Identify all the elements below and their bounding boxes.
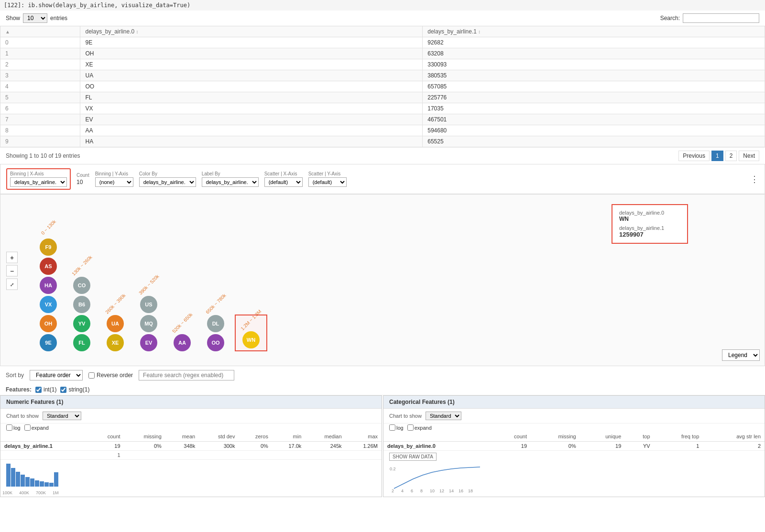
row-col0: UA	[80, 70, 423, 81]
page2-button[interactable]: 2	[725, 151, 737, 161]
next-button[interactable]: Next	[739, 151, 759, 161]
categorical-cell: 1	[654, 442, 703, 451]
circle-WN[interactable]: WN	[242, 331, 260, 348]
numeric-chart-select[interactable]: StandardHistogramBox	[43, 412, 81, 420]
count-box: Count 10	[76, 173, 89, 185]
svg-text:2: 2	[392, 489, 394, 493]
numeric-sub-cell	[165, 451, 199, 460]
viz-menu-dots[interactable]: ⋮	[750, 174, 759, 185]
row-col0: EV	[80, 114, 423, 125]
table-row: 6VX17035	[0, 103, 765, 114]
color-by-select[interactable]: delays_by_airline.	[139, 177, 196, 187]
show-raw-data-button[interactable]: SHOW RAW DATA	[389, 453, 437, 461]
circle-FL[interactable]: FL	[73, 334, 90, 351]
numeric-chart-label: Chart to show	[6, 413, 39, 419]
search-input[interactable]	[683, 13, 759, 23]
numeric-sub-cell: 1	[91, 451, 124, 460]
row-index: 0	[0, 37, 80, 48]
svg-text:6: 6	[411, 489, 413, 493]
scatter-y-select[interactable]: (default)	[308, 177, 347, 187]
int-check[interactable]: int(1)	[35, 386, 56, 393]
sort-select[interactable]: Feature order	[30, 370, 83, 380]
svg-text:14: 14	[449, 489, 454, 493]
log-check[interactable]: log	[6, 424, 21, 431]
cat-log-checkbox[interactable]	[389, 424, 395, 431]
x-axis-label: 100K	[2, 490, 12, 495]
row-col0: 9E	[80, 37, 423, 48]
feature-search-input[interactable]	[139, 370, 234, 380]
cat-log-check[interactable]: log	[389, 424, 404, 431]
reverse-order-check[interactable]: Reverse order	[88, 372, 133, 379]
page1-button[interactable]: 1	[711, 151, 723, 161]
circle-DL[interactable]: DL	[207, 315, 224, 332]
numeric-sub-cell	[305, 451, 345, 460]
reverse-checkbox[interactable]	[88, 372, 95, 379]
circle-HA[interactable]: HA	[40, 277, 57, 294]
row-col0: HA	[80, 136, 423, 147]
col-label: 1.2M ~ 1.3M	[240, 309, 262, 331]
numeric-col-count: count	[91, 432, 124, 442]
scatter-x-select[interactable]: (default)	[264, 177, 303, 187]
row-index: 7	[0, 114, 80, 125]
circle-9E[interactable]: 9E	[40, 334, 57, 351]
binning-x-select[interactable]: delays_by_airline.	[10, 177, 67, 187]
categorical-panel-header: Categorical Features (1)	[383, 396, 765, 409]
circle-B6[interactable]: B6	[73, 296, 90, 313]
circle-UA[interactable]: UA	[107, 315, 124, 332]
table-controls: Show 102550100 entries Search:	[0, 11, 765, 26]
legend-select[interactable]: Legend	[722, 349, 760, 361]
col-airline1-header[interactable]: delays_by_airline.1 ↕	[423, 26, 765, 37]
numeric-sub-cell	[272, 451, 305, 460]
circle-XE[interactable]: XE	[107, 334, 124, 351]
circle-AA[interactable]: AA	[174, 334, 191, 351]
table-row: 3UA380535	[0, 70, 765, 81]
entries-select[interactable]: 102550100	[23, 13, 47, 23]
row-col1: 17035	[423, 103, 765, 114]
circle-MQ[interactable]: MQ	[140, 315, 157, 332]
string-checkbox[interactable]	[60, 387, 66, 393]
categorical-chart-select[interactable]: StandardBarPie	[426, 412, 461, 420]
circle-YV[interactable]: YV	[73, 315, 90, 332]
log-checkbox[interactable]	[6, 424, 12, 431]
numeric-cell: 300k	[199, 442, 239, 451]
table-row: 5FL225776	[0, 92, 765, 103]
circle-AS[interactable]: AS	[40, 258, 57, 275]
cat-expand-checkbox[interactable]	[407, 424, 414, 431]
expand-checkbox[interactable]	[24, 424, 31, 431]
row-col1: 225776	[423, 92, 765, 103]
fullscreen-button[interactable]: ⤢	[6, 279, 18, 290]
circle-VX[interactable]: VX	[40, 296, 57, 313]
categorical-cell: YV	[625, 442, 654, 451]
circle-OO[interactable]: OO	[207, 334, 224, 351]
col-label: 520k ~ 650k	[171, 312, 194, 334]
data-table: ▲ delays_by_airline.0 ↕ delays_by_airlin…	[0, 26, 765, 147]
chart-area: 0 ~ 130kF9ASHAVXOH9E130k ~ 260kCOB6YVFL2…	[29, 199, 272, 361]
count-label: Count	[76, 173, 89, 178]
previous-button[interactable]: Previous	[678, 151, 710, 161]
categorical-cell: 2	[703, 442, 765, 451]
binning-y-group: Binning | Y-Axis (none)	[95, 171, 133, 187]
reverse-label: Reverse order	[97, 372, 133, 379]
scatter-x-group: Scatter | X-Axis (default)	[264, 171, 303, 187]
row-index: 1	[0, 48, 80, 59]
zoom-out-button[interactable]: −	[6, 265, 18, 277]
mini-bar	[11, 468, 15, 487]
row-col0: FL	[80, 92, 423, 103]
col-airline0-header[interactable]: delays_by_airline.0 ↕	[80, 26, 423, 37]
binning-y-select[interactable]: (none)	[95, 177, 133, 187]
circle-CO[interactable]: CO	[73, 277, 90, 294]
circle-EV[interactable]: EV	[140, 334, 157, 351]
pagination-controls: Previous 1 2 Next	[678, 151, 759, 161]
circle-F9[interactable]: F9	[40, 239, 57, 256]
numeric-row-name: delays_by_airline.1	[0, 442, 91, 451]
label-by-select[interactable]: delays_by_airline.	[202, 177, 259, 187]
circle-US[interactable]: US	[140, 296, 157, 313]
zoom-in-button[interactable]: +	[6, 252, 18, 263]
cat-expand-check[interactable]: expand	[407, 424, 432, 431]
int-checkbox[interactable]	[35, 387, 42, 393]
string-check[interactable]: string(1)	[60, 386, 89, 393]
mini-bar	[54, 472, 58, 487]
expand-check[interactable]: expand	[24, 424, 49, 431]
x-axis-label: 400K	[19, 490, 29, 495]
circle-OH[interactable]: OH	[40, 315, 57, 332]
